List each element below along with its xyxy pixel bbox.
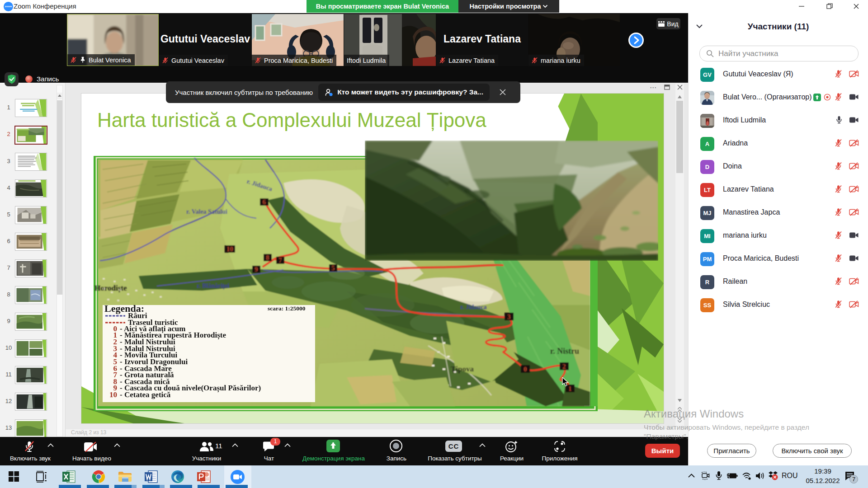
- svg-text:0: 0: [524, 366, 527, 373]
- svg-text:8: 8: [266, 254, 269, 261]
- svg-text:10: 10: [109, 390, 117, 399]
- svg-text:5: 5: [331, 264, 335, 272]
- svg-text:1: 1: [568, 385, 572, 392]
- svg-text:- Cetatea getică: - Cetatea getică: [120, 390, 171, 399]
- svg-text:6: 6: [263, 198, 266, 206]
- svg-text:Horodiște: Horodiște: [94, 284, 127, 293]
- svg-text:10: 10: [226, 245, 233, 253]
- svg-text:9: 9: [255, 266, 258, 273]
- svg-text:r. Jidauca: r. Jidauca: [460, 304, 487, 310]
- svg-text:7: 7: [278, 257, 282, 264]
- svg-text:3: 3: [507, 313, 511, 320]
- svg-text:Țipova: Țipova: [451, 365, 474, 374]
- svg-text:r. Blănăriței: r. Blănăriței: [197, 282, 229, 290]
- svg-text:scara: 1:25000: scara: 1:25000: [268, 305, 306, 312]
- svg-text:2: 2: [562, 363, 566, 370]
- svg-text:r. Valea Satului: r. Valea Satului: [186, 208, 227, 215]
- svg-text:r. Nistru: r. Nistru: [550, 347, 579, 356]
